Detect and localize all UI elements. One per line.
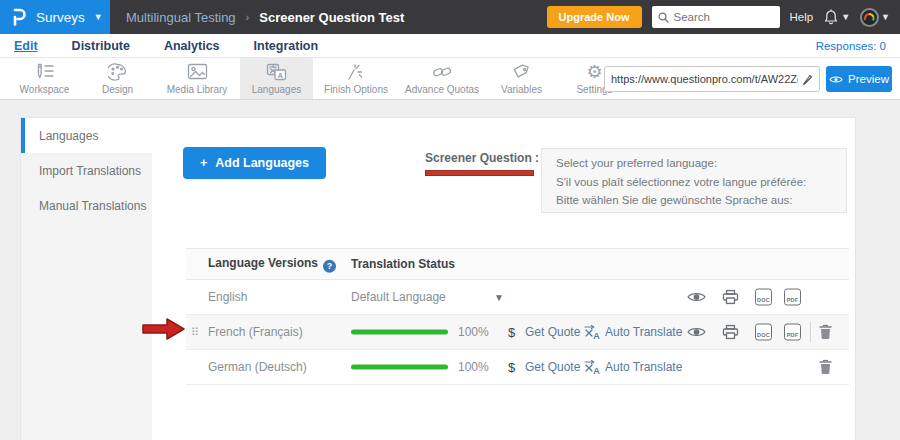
upgrade-now-button[interactable]: Upgrade Now: [547, 6, 642, 28]
svg-text:A: A: [593, 331, 600, 341]
breadcrumb-page-name: Screener Question Test: [259, 10, 404, 25]
bell-icon: [823, 9, 839, 26]
svg-text:A: A: [277, 70, 283, 79]
sidebar-item-manual-translations[interactable]: Manual Translations: [21, 188, 152, 223]
toolbar-media-library[interactable]: Media Library: [154, 58, 240, 99]
media-library-icon: [187, 63, 208, 81]
screener-line-de: Bitte wählen Sie die gewünschte Sprache …: [556, 191, 832, 210]
delete-trash-icon[interactable]: [819, 360, 832, 375]
survey-url-field[interactable]: [604, 66, 820, 92]
languages-card: Languages Import Translations Manual Tra…: [20, 117, 856, 440]
translate-icon: A: [584, 324, 601, 340]
breadcrumb: Multilingual Testing › Screener Question…: [110, 10, 404, 25]
language-select-caret-icon[interactable]: ▼: [494, 292, 504, 303]
top-bar: Surveys ▼ Multilingual Testing › Screene…: [0, 0, 900, 34]
default-language-status: Default Language: [351, 290, 446, 304]
auto-translate-link[interactable]: Auto Translate: [605, 360, 682, 374]
translation-progress-bar: [351, 330, 448, 335]
get-quote-link[interactable]: Get Quote: [525, 325, 580, 339]
drag-handle-icon[interactable]: ⠿: [191, 326, 199, 339]
screener-line-en: Select your preferred language:: [556, 154, 832, 173]
toolbar-workspace[interactable]: Workspace: [8, 58, 81, 99]
chevron-down-icon: ▼: [94, 13, 103, 22]
print-icon[interactable]: [722, 325, 739, 340]
progress-percent: 100%: [458, 325, 489, 339]
language-name: German (Deutsch): [208, 360, 307, 374]
chain-links-icon: [432, 63, 452, 81]
gear-icon: ⚙: [586, 63, 602, 81]
edit-toolbar: Workspace Design Media Library: [0, 58, 900, 100]
survey-url-input[interactable]: [611, 73, 798, 85]
auto-translate-link[interactable]: Auto Translate: [605, 325, 682, 339]
translation-progress-bar: [351, 365, 448, 370]
screener-line-fr: S'il vous plaît sélectionnez votre langu…: [556, 173, 832, 192]
magic-wand-icon: [347, 63, 366, 81]
language-name: English: [208, 290, 247, 304]
screener-question-label: Screener Question :: [425, 151, 539, 165]
export-pdf-icon[interactable]: PDF: [784, 324, 801, 341]
languages-page: Languages Import Translations Manual Tra…: [0, 100, 900, 440]
search-input[interactable]: [674, 11, 764, 23]
table-header: Language Versions? Translation Status: [186, 248, 849, 280]
column-translation-status: Translation Status: [351, 257, 455, 271]
plus-icon: +: [200, 156, 207, 170]
delete-trash-icon[interactable]: [819, 325, 832, 340]
preview-button[interactable]: Preview: [826, 66, 892, 92]
translate-icon: A: [584, 359, 601, 375]
workspace-icon: [34, 63, 55, 81]
tab-edit[interactable]: Edit: [14, 39, 38, 53]
toolbar-advance-quotas[interactable]: Advance Quotas: [399, 58, 485, 99]
global-search[interactable]: [652, 6, 780, 28]
survey-nav: Edit Distribute Analytics Integration Re…: [0, 34, 900, 58]
tag-icon: [512, 63, 531, 81]
product-name: Surveys: [36, 10, 85, 25]
table-row-english: English ▼ Default Language DOC PDF: [186, 280, 849, 315]
toolbar-languages[interactable]: A Languages: [240, 58, 313, 99]
preview-eye-icon[interactable]: [687, 326, 706, 338]
export-doc-icon[interactable]: DOC: [755, 289, 772, 306]
get-quote-link[interactable]: Get Quote: [525, 360, 580, 374]
help-link[interactable]: Help: [790, 11, 814, 23]
dollar-icon: $: [508, 360, 515, 375]
dollar-icon: $: [508, 325, 515, 340]
notifications-menu[interactable]: ▼: [823, 9, 850, 26]
eye-icon: [829, 75, 843, 84]
export-pdf-icon[interactable]: PDF: [784, 289, 801, 306]
topbar-right-group: Upgrade Now Help ▼: [547, 6, 900, 28]
chevron-down-icon: ▼: [841, 13, 850, 22]
chevron-down-icon: ▼: [881, 13, 890, 22]
design-palette-icon: [108, 63, 127, 81]
language-name: French (Français): [208, 325, 303, 339]
toolbar-variables[interactable]: Variables: [485, 58, 558, 99]
sidebar-item-import-translations[interactable]: Import Translations: [21, 153, 152, 188]
questionpro-app: Surveys ▼ Multilingual Testing › Screene…: [0, 0, 900, 440]
divider: [810, 322, 811, 342]
sidebar-item-languages[interactable]: Languages: [21, 118, 152, 153]
tab-integration[interactable]: Integration: [254, 39, 319, 53]
toolbar-finish-options[interactable]: Finish Options: [313, 58, 399, 99]
add-languages-button[interactable]: + Add Languages: [183, 147, 326, 179]
toolbar-design[interactable]: Design: [81, 58, 154, 99]
questionpro-logo-icon: [12, 8, 27, 26]
languages-sidebar: Languages Import Translations Manual Tra…: [21, 118, 152, 440]
export-doc-icon[interactable]: DOC: [755, 324, 772, 341]
print-icon[interactable]: [722, 290, 739, 305]
help-question-icon[interactable]: ?: [323, 259, 336, 272]
breadcrumb-separator: ›: [246, 11, 250, 23]
svg-text:A: A: [593, 366, 600, 376]
tab-analytics[interactable]: Analytics: [164, 39, 220, 53]
account-menu[interactable]: ▼: [860, 8, 890, 27]
tab-distribute[interactable]: Distribute: [72, 39, 130, 53]
table-row-german: German (Deutsch) 100% $ Get Quote A Auto…: [186, 350, 849, 385]
edit-pencil-icon[interactable]: [802, 74, 813, 85]
avatar-logo-icon: [863, 11, 876, 24]
breadcrumb-survey-name[interactable]: Multilingual Testing: [126, 10, 236, 25]
screener-question-preview: Select your preferred language: S'il vou…: [541, 148, 847, 213]
surveys-menu[interactable]: Surveys ▼: [0, 0, 110, 34]
responses-count[interactable]: Responses: 0: [816, 40, 886, 52]
table-row-french: ⠿ French (Français) 100% $ Get Quote A A…: [186, 315, 849, 350]
avatar: [860, 8, 879, 27]
language-versions-table: Language Versions? Translation Status En…: [186, 248, 849, 385]
preview-eye-icon[interactable]: [687, 291, 706, 303]
search-icon: [658, 12, 669, 23]
